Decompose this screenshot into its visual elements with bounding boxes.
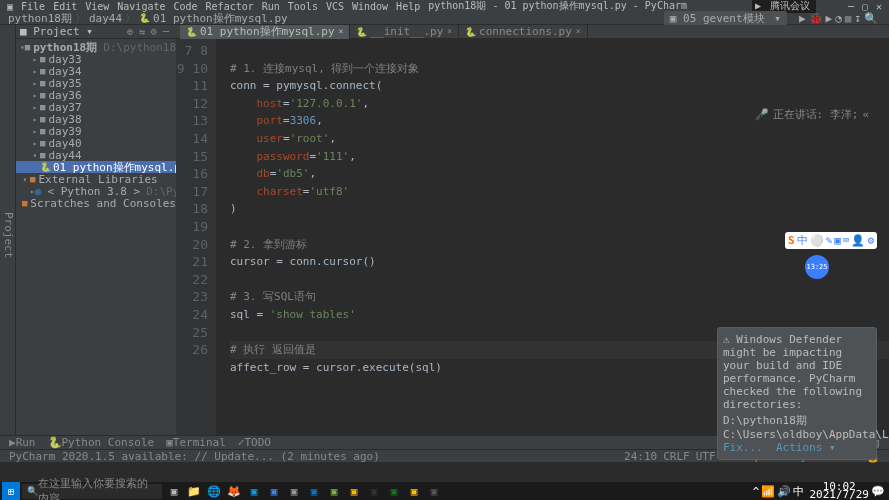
tree-folder[interactable]: ▸■day39 bbox=[16, 125, 176, 137]
taskbar-search[interactable]: 🔍 在这里输入你要搜索的内容 bbox=[22, 484, 162, 499]
taskbar-app[interactable]: 🌐 bbox=[204, 482, 224, 500]
mic-icon: 🎤 bbox=[755, 108, 769, 121]
actions-link[interactable]: Actions ▾ bbox=[776, 441, 836, 454]
tab-terminal[interactable]: ▣ Terminal bbox=[161, 436, 231, 449]
project-locate-icon[interactable]: ⊕ bbox=[124, 26, 136, 37]
taskbar-app[interactable]: 📁 bbox=[184, 482, 204, 500]
minimize-button[interactable]: ─ bbox=[845, 1, 857, 12]
tab-python-console[interactable]: 🐍 Python Console bbox=[43, 436, 160, 449]
start-button[interactable]: ⊞ bbox=[2, 482, 20, 500]
run-config-dropdown[interactable]: ▣ 05 gevent模块 ▾ bbox=[664, 11, 787, 26]
breadcrumb-root[interactable]: python18期 bbox=[8, 11, 72, 26]
taskbar-app[interactable]: ▣ bbox=[344, 482, 364, 500]
project-collapse-icon[interactable]: ⇆ bbox=[136, 26, 148, 37]
menu-window[interactable]: Window bbox=[349, 1, 391, 12]
system-tray[interactable]: ^📶🔊中 10:022021/7/29 💬 bbox=[753, 483, 887, 499]
tab-close-icon[interactable]: × bbox=[339, 27, 344, 36]
taskbar-app[interactable]: ▣ bbox=[384, 482, 404, 500]
voice-expand-icon[interactable]: « bbox=[862, 108, 869, 121]
menu-help[interactable]: Help bbox=[393, 1, 423, 12]
debug-button[interactable]: 🐞 bbox=[809, 12, 823, 25]
status-line-sep[interactable]: CRLF bbox=[663, 450, 690, 463]
profile-button[interactable]: ◔ bbox=[835, 12, 842, 25]
taskbar-clock[interactable]: 10:022021/7/29 bbox=[809, 483, 869, 499]
tree-external-libs[interactable]: ▾■External Libraries bbox=[16, 173, 176, 185]
windows-taskbar: ⊞ 🔍 在这里输入你要搜索的内容 ▣ 📁 🌐 🦊 ▣ ▣ ▣ ▣ ▣ ▣ ▣ ▣… bbox=[0, 482, 889, 500]
stop-button[interactable]: ■ bbox=[845, 12, 852, 25]
taskbar-app[interactable]: 🦊 bbox=[224, 482, 244, 500]
project-settings-icon[interactable]: ⚙ bbox=[148, 26, 160, 37]
editor-tabbar: 🐍01 python操作mysql.py× 🐍__init__.py× 🐍con… bbox=[176, 25, 889, 39]
tab-todo[interactable]: ✓ TODO bbox=[233, 436, 276, 449]
menu-tools[interactable]: Tools bbox=[285, 1, 321, 12]
tree-python-env[interactable]: ▸● < Python 3.8 > D:\Python38\python.exe bbox=[16, 185, 176, 197]
menu-view[interactable]: View bbox=[82, 1, 112, 12]
taskbar-app[interactable]: ▣ bbox=[404, 482, 424, 500]
notification-defender[interactable]: ⚠ Windows Defender might be impacting yo… bbox=[717, 327, 877, 460]
coverage-button[interactable]: ▶ bbox=[826, 12, 833, 25]
python-icon: 🐍 bbox=[139, 13, 150, 23]
editor-tab[interactable]: 🐍__init__.py× bbox=[350, 25, 459, 39]
editor-tab-active[interactable]: 🐍01 python操作mysql.py× bbox=[180, 25, 350, 39]
taskbar-app[interactable]: ▣ bbox=[264, 482, 284, 500]
floating-timer[interactable]: 13:25 bbox=[805, 255, 829, 279]
project-tree[interactable]: ▾■python18期 D:\python18期 ▸■day33 ▸■day34… bbox=[16, 39, 176, 435]
tree-folder[interactable]: ▸■day38 bbox=[16, 113, 176, 125]
taskbar-app[interactable]: ▣ bbox=[284, 482, 304, 500]
window-title: python18期 - 01 python操作mysql.py - PyChar… bbox=[425, 0, 690, 13]
tree-file-selected[interactable]: 🐍01 python操作mysql.py bbox=[16, 161, 176, 173]
line-numbers: 7 8 9 10 11 12 13 14 15 16 17 18 19 20 2… bbox=[176, 39, 216, 435]
taskbar-app[interactable]: ▣ bbox=[244, 482, 264, 500]
tree-folder[interactable]: ▸■day40 bbox=[16, 137, 176, 149]
status-message[interactable]: PyCharm 2020.1.5 available: // Update...… bbox=[9, 450, 380, 463]
run-button[interactable]: ▶ bbox=[799, 12, 806, 25]
left-tool-strip[interactable]: Project bbox=[0, 25, 16, 435]
tree-folder[interactable]: ▸■day36 bbox=[16, 89, 176, 101]
notifications-icon[interactable]: 💬 bbox=[871, 485, 885, 498]
tree-folder[interactable]: ▸■day35 bbox=[16, 77, 176, 89]
tab-close-icon[interactable]: × bbox=[447, 27, 452, 36]
taskbar-app[interactable]: ▣ bbox=[424, 482, 444, 500]
project-hide-icon[interactable]: ─ bbox=[160, 26, 172, 37]
vcs-update-button[interactable]: ↧ bbox=[854, 12, 861, 25]
editor-tab[interactable]: 🐍connections.py× bbox=[459, 25, 588, 39]
breadcrumb-bar: python18期 〉 day44 〉 🐍 01 python操作mysql.p… bbox=[0, 12, 889, 25]
voice-bar[interactable]: 🎤正在讲话: 李洋;« bbox=[745, 105, 880, 124]
tree-folder[interactable]: ▸■day37 bbox=[16, 101, 176, 113]
tab-run[interactable]: ▶ Run bbox=[4, 436, 41, 449]
taskbar-app[interactable]: ▣ bbox=[324, 482, 344, 500]
fix-link[interactable]: Fix... bbox=[723, 441, 763, 454]
close-button[interactable]: ✕ bbox=[873, 1, 885, 12]
tab-close-icon[interactable]: × bbox=[576, 27, 581, 36]
taskbar-app[interactable]: ▣ bbox=[304, 482, 324, 500]
breadcrumb-folder[interactable]: day44 bbox=[89, 12, 122, 25]
search-icon[interactable]: 🔍 bbox=[864, 12, 878, 25]
status-position[interactable]: 24:10 bbox=[624, 450, 657, 463]
tree-scratches[interactable]: ■Scratches and Consoles bbox=[16, 197, 176, 209]
taskbar-app[interactable]: ▣ bbox=[364, 482, 384, 500]
task-view-icon[interactable]: ▣ bbox=[164, 482, 184, 500]
project-panel: ■ Project ▾ ⊕ ⇆ ⚙ ─ ▾■python18期 D:\pytho… bbox=[16, 25, 176, 435]
tree-folder[interactable]: ▸■day33 bbox=[16, 53, 176, 65]
project-tool-label[interactable]: Project bbox=[2, 212, 15, 258]
tree-root[interactable]: ▾■python18期 D:\python18期 bbox=[16, 41, 176, 53]
tree-folder[interactable]: ▸■day34 bbox=[16, 65, 176, 77]
menu-vcs[interactable]: VCS bbox=[323, 1, 347, 12]
maximize-button[interactable]: ▢ bbox=[859, 1, 871, 12]
project-panel-title: ■ Project ▾ bbox=[20, 25, 93, 38]
ime-toolbar[interactable]: S中⚪✎▣⌨👤⚙ bbox=[785, 232, 877, 249]
